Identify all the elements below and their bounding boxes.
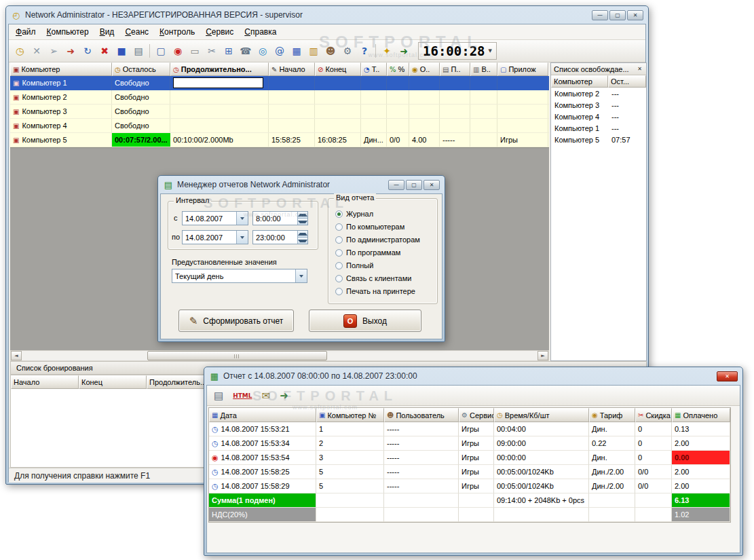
dialog-titlebar[interactable]: ▤ Менеджер отчетов Network Administrator… — [160, 176, 442, 193]
minimize-button[interactable]: — — [592, 10, 608, 20]
print-report-icon[interactable]: ▤ — [214, 390, 223, 402]
radio-option-by-computers[interactable]: По компьютерам — [335, 221, 404, 232]
session-row-1[interactable]: ▣Компьютер 1 Свободно — [10, 76, 549, 90]
delete-icon[interactable]: ✕ — [29, 43, 45, 59]
radio-option-by-programs[interactable]: По программам — [335, 247, 400, 258]
web-icon[interactable]: @ — [271, 43, 288, 59]
release-row[interactable]: Компьютер 507:57 — [551, 134, 646, 145]
column-header-application[interactable]: ▢Прилож — [497, 62, 548, 76]
radio-option-journal[interactable]: Журнал — [335, 208, 373, 219]
column-header-duration[interactable]: ◷Продолжительно... — [170, 62, 269, 76]
print-icon[interactable]: ▤ — [130, 43, 147, 59]
export-html-icon[interactable]: HTML — [233, 392, 252, 399]
tariff-card-icon[interactable]: ▭ — [187, 43, 203, 59]
send-message-icon[interactable]: ➢ — [45, 43, 62, 59]
close-button[interactable]: ✕ — [627, 10, 643, 20]
column-header-service[interactable]: ⚙Сервис — [459, 408, 494, 422]
menu-computer[interactable]: Компьютер — [41, 25, 94, 39]
session-row-3[interactable]: ▣Компьютер 3 Свободно — [10, 105, 549, 119]
report-row-3[interactable]: ◉14.08.2007 15:53:54 3 ----- Игры 00:00:… — [209, 451, 730, 465]
settings-icon[interactable]: ⚙ — [339, 43, 356, 59]
column-header-end[interactable]: ⊘Конец — [315, 62, 361, 76]
column-header-start[interactable]: ✎Начало — [269, 62, 315, 76]
column-header-o[interactable]: ◉О.. — [409, 62, 440, 76]
logout-icon[interactable]: ➜ — [396, 43, 412, 59]
menu-session[interactable]: Сеанс — [119, 25, 154, 39]
column-header-paid[interactable]: ▦Оплачено — [672, 408, 730, 422]
close-report-icon[interactable]: ➜ — [280, 390, 288, 402]
column-header-tariff[interactable]: ◔Т.. — [361, 62, 387, 76]
phone-icon[interactable]: ☎ — [238, 43, 254, 59]
report-row-1[interactable]: ◷14.08.2007 15:53:21 1 ----- Игры 00:04:… — [209, 422, 730, 436]
monitor-icon[interactable]: ▢ — [153, 43, 169, 59]
release-row[interactable]: Компьютер 1--- — [551, 122, 646, 134]
report-row-2[interactable]: ◷14.08.2007 15:53:34 2 ----- Игры 09:00:… — [209, 436, 730, 451]
duration-cell-editor[interactable] — [173, 77, 263, 88]
scroll-right-icon[interactable]: ► — [538, 351, 548, 360]
radio-option-print[interactable]: Печать на принтере — [335, 286, 415, 297]
clients-icon[interactable]: ☻ — [322, 43, 339, 59]
to-time-spinner[interactable]: 23:00:00 — [252, 230, 308, 244]
scrollbar-track[interactable] — [22, 351, 538, 360]
menu-file[interactable]: Файл — [10, 25, 41, 39]
menu-service[interactable]: Сервис — [200, 25, 239, 39]
horizontal-scrollbar[interactable]: ◄ ► — [10, 350, 549, 361]
column-header-computer[interactable]: ▣Компьютер — [10, 62, 112, 76]
release-row[interactable]: Компьютер 4--- — [551, 111, 646, 122]
spinner-updown-icon[interactable] — [297, 212, 307, 225]
from-time-spinner[interactable]: 8:00:00 — [252, 211, 308, 225]
network-icon[interactable]: ⊞ — [221, 43, 237, 59]
column-header-computer-no[interactable]: ▣Компьютер № — [316, 408, 384, 422]
transfer-icon[interactable]: ■ — [113, 43, 130, 59]
release-row[interactable]: Компьютер 3--- — [551, 99, 646, 111]
info-icon[interactable]: ◎ — [255, 43, 271, 59]
booking-column-end[interactable]: Конец — [79, 375, 147, 389]
column-header-date[interactable]: ▦Дата — [209, 408, 316, 422]
stats-icon[interactable]: ▥ — [305, 43, 322, 59]
generate-report-button[interactable]: ✎ Сформировать отчет — [178, 310, 294, 332]
report-titlebar[interactable]: ▦ Отчет с 14.08.2007 08:00:00 по 14.08.2… — [206, 367, 740, 385]
cancel-session-icon[interactable]: ✖ — [96, 43, 113, 59]
dialog-close-button[interactable]: ✕ — [423, 180, 440, 190]
from-date-combobox[interactable]: 14.08.2007 — [182, 211, 248, 225]
column-header-v[interactable]: ▥В.. — [470, 62, 497, 76]
column-header-time[interactable]: ◷Время/Кб/шт — [494, 408, 589, 422]
maximize-button[interactable]: ▢ — [609, 10, 626, 20]
chevron-down-icon[interactable] — [236, 212, 248, 225]
booking-column-start[interactable]: Начало — [11, 375, 79, 389]
apps-icon[interactable]: ▦ — [288, 43, 305, 59]
stop-icon[interactable]: ◉ — [170, 43, 186, 59]
release-row[interactable]: Компьютер 2--- — [551, 88, 646, 99]
radio-option-by-administrators[interactable]: По администраторам — [335, 234, 420, 245]
chevron-down-icon[interactable] — [236, 231, 248, 244]
main-titlebar[interactable]: ◴ Network Administrator - НЕЗАРЕГИСТРИРО… — [8, 6, 646, 24]
help-icon[interactable]: ? — [356, 43, 373, 59]
exit-button[interactable]: O Выход — [309, 310, 421, 332]
menu-view[interactable]: Вид — [94, 25, 120, 39]
release-column-computer[interactable]: Компьютер — [551, 75, 608, 88]
session-row-4[interactable]: ▣Компьютер 4 Свободно — [10, 119, 549, 133]
radio-option-client-link[interactable]: Связь с клиентами — [335, 273, 411, 284]
column-header-user[interactable]: ☻Пользователь — [384, 408, 459, 422]
menu-help[interactable]: Справка — [239, 25, 282, 39]
column-header-p[interactable]: ▤П.. — [440, 62, 470, 76]
preset-combobox[interactable]: Текущий день — [172, 269, 307, 283]
menu-control[interactable]: Контроль — [154, 25, 200, 39]
release-column-remaining[interactable]: Ост... — [608, 75, 646, 88]
scrollbar-thumb[interactable] — [147, 351, 327, 360]
chevron-down-icon[interactable] — [295, 269, 307, 282]
discount-icon[interactable]: ✂ — [204, 43, 220, 59]
session-row-5[interactable]: ▣Компьютер 5 00:07:57/2.00... 00:10:00/2… — [10, 133, 549, 147]
resume-icon[interactable]: ➜ — [62, 43, 79, 59]
session-row-2[interactable]: ▣Компьютер 2 Свободно — [10, 90, 549, 105]
radio-option-full[interactable]: Полный — [335, 260, 373, 271]
spinner-updown-icon[interactable] — [297, 231, 307, 244]
column-header-discount[interactable]: ✂Скидка — [635, 408, 672, 422]
session-timer-icon[interactable]: ◷ — [12, 43, 28, 59]
report-close-button[interactable]: ✕ — [717, 371, 738, 381]
dialog-minimize-button[interactable]: — — [388, 180, 404, 190]
key-icon[interactable]: ✦ — [379, 43, 395, 59]
scroll-left-icon[interactable]: ◄ — [11, 351, 22, 360]
release-panel-close-icon[interactable]: ✕ — [636, 66, 643, 72]
column-header-percent[interactable]: %% — [387, 62, 409, 76]
